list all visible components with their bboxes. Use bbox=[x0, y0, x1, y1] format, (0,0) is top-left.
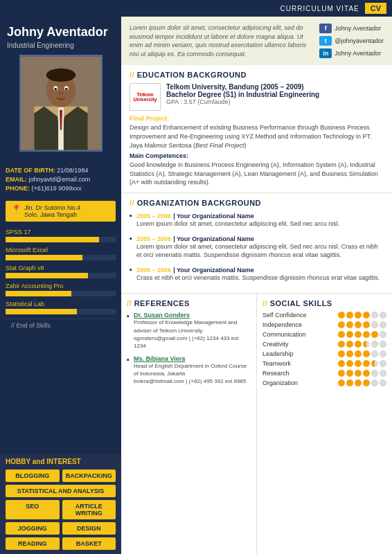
hobby-blogging: BLOGGING bbox=[6, 470, 60, 482]
dot-empty bbox=[371, 350, 378, 357]
social-skill-dots-6 bbox=[338, 370, 386, 377]
dot-filled bbox=[346, 379, 353, 386]
social-skill-dots-2 bbox=[338, 331, 386, 338]
degree-name: Bachelor Degree (S1) in Industrial Engin… bbox=[166, 91, 319, 98]
hobby-section: HOBBY and INTEREST BLOGGING BACKPACKING … bbox=[0, 454, 121, 554]
social-skill-label-0: Self Confidence bbox=[262, 312, 318, 319]
dot-filled bbox=[338, 341, 345, 348]
dot-empty bbox=[380, 360, 386, 367]
dot-filled bbox=[355, 360, 362, 367]
education-section: EDUCATION BACKGROUND TelkomUniversity Te… bbox=[121, 65, 392, 193]
org-name-1: | Your Organizational Name bbox=[173, 213, 254, 220]
skill-name-2: Microsoft Excel bbox=[6, 247, 116, 253]
org-item-1: 2005 – 2006 | Your Organizational Name L… bbox=[130, 211, 384, 229]
social-skill-dots-7 bbox=[338, 379, 386, 386]
skill-bar-bg-1 bbox=[6, 237, 116, 242]
social-skill-row-0: Self Confidence bbox=[262, 312, 386, 319]
hobby-statistical: STATISTICAL AND ANALYSIS bbox=[6, 485, 116, 497]
social-skills-title: SOCIAL SKILLS bbox=[262, 299, 386, 307]
skill-name-4: Zahir Accounting Pro bbox=[6, 283, 116, 289]
education-row: TelkomUniversity Telkom University, Band… bbox=[130, 83, 384, 111]
ref-text-1: Professor of Knowledge Management and ad… bbox=[134, 319, 251, 350]
dob-value: 21/08/1984 bbox=[57, 167, 88, 174]
skill-name-5: Statistical Lab bbox=[6, 301, 116, 307]
social-skill-row-6: Research bbox=[262, 370, 386, 377]
ref-text-2: Head of English Department in Oxford Cou… bbox=[134, 362, 251, 386]
location-icon: 📍 bbox=[11, 204, 21, 214]
content-header: Lorem ipsum dolor sit amet, consectetur … bbox=[121, 17, 392, 65]
org-text-2: Lorem ipsum dolor sit amet, consectetur … bbox=[136, 242, 384, 260]
svg-point-10 bbox=[54, 87, 57, 90]
dob-label: DATE OF BIRTH: bbox=[6, 167, 55, 174]
skill-bar-bg-2 bbox=[6, 255, 116, 260]
address-box: 📍 Jln. Dr Sutomo No.4Solo, Jawa Tengah bbox=[6, 201, 116, 222]
org-item-3: 2005 – 2006 | Your Organizational Name C… bbox=[130, 265, 384, 283]
social-skill-dots-1 bbox=[338, 321, 386, 328]
ref-name-2: Ms. Bibiana Viera bbox=[134, 355, 251, 362]
dot-filled bbox=[338, 379, 345, 386]
social-skill-row-1: Independence bbox=[262, 321, 386, 328]
dot-empty bbox=[380, 370, 386, 377]
bottom-row: REFERENCES Dr. Susan Gonders Professor o… bbox=[121, 294, 392, 554]
dot-filled bbox=[338, 360, 345, 367]
dot-filled bbox=[346, 331, 353, 338]
dob-item: DATE OF BIRTH: 21/08/1984 bbox=[6, 167, 116, 174]
skill-name-3: Stat Graph v8 bbox=[6, 265, 116, 271]
skill-item-4: Zahir Accounting Pro bbox=[6, 283, 116, 296]
dot-filled bbox=[355, 379, 362, 386]
skill-bar-fill-2 bbox=[6, 255, 82, 260]
svg-point-7 bbox=[46, 68, 75, 81]
dot-filled bbox=[346, 312, 353, 319]
dot-filled bbox=[363, 312, 370, 319]
social-facebook: f Johny Aventador bbox=[319, 24, 384, 33]
facebook-label: Johny Aventador bbox=[335, 25, 381, 32]
dot-filled bbox=[338, 312, 345, 319]
skill-bar-fill-3 bbox=[6, 273, 88, 278]
org-year-2: 2005 – 2006 bbox=[136, 235, 171, 242]
organization-title: ORGANIZATION BACKGROUND bbox=[130, 199, 384, 207]
social-skill-dots-0 bbox=[338, 312, 386, 319]
twitter-icon: t bbox=[319, 36, 332, 46]
skill-bar-fill-4 bbox=[6, 291, 71, 296]
social-skill-row-5: Teamwork bbox=[262, 360, 386, 367]
dot-half bbox=[363, 341, 370, 348]
phone-value: (+61)619 9099xxx bbox=[32, 185, 82, 192]
dot-filled bbox=[346, 370, 353, 377]
main-competences-title: Main Competences: bbox=[130, 152, 384, 159]
phone-item: PHONE: (+61)619 9099xxx bbox=[6, 185, 116, 192]
bio-text: Lorem ipsum dolor sit amet, consectetur … bbox=[130, 24, 312, 58]
skill-bar-fill-1 bbox=[6, 237, 99, 242]
dot-empty bbox=[371, 341, 378, 348]
main-competences-text: Good knowledge in Business Process Engin… bbox=[130, 161, 384, 187]
dot-half bbox=[371, 360, 378, 367]
dot-filled bbox=[346, 321, 353, 328]
hobby-seo: SEO bbox=[6, 500, 60, 519]
email-label: EMAIL: bbox=[6, 176, 27, 183]
top-bar: CURRICULUM VITAE CV bbox=[0, 0, 392, 17]
twitter-label: @johnyaventador bbox=[335, 37, 384, 44]
email-item: EMAIL: johnyavtd@email.com bbox=[6, 176, 116, 183]
dot-filled bbox=[363, 321, 370, 328]
skill-bar-bg-4 bbox=[6, 291, 116, 296]
hobby-design: DESIGN bbox=[62, 522, 116, 535]
hobby-article: ARTICLE WRITING bbox=[62, 500, 116, 519]
org-text-1: Lorem ipsum dolor sit amet, consectetur … bbox=[136, 220, 384, 229]
contact-info: DATE OF BIRTH: 21/08/1984 EMAIL: johnyav… bbox=[0, 163, 121, 198]
dot-filled bbox=[355, 331, 362, 338]
social-skill-label-3: Creativity bbox=[262, 341, 318, 348]
dot-empty bbox=[380, 341, 386, 348]
social-links: f Johny Aventador t @johnyaventador in J… bbox=[319, 24, 384, 58]
social-skill-dots-5 bbox=[338, 360, 386, 367]
dot-filled bbox=[355, 312, 362, 319]
skill-item-5: Statistical Lab bbox=[6, 301, 116, 314]
dot-filled bbox=[346, 341, 353, 348]
skill-name-1: SPSS 17 bbox=[6, 229, 116, 235]
address-text: Jln. Dr Sutomo No.4Solo, Jawa Tengah bbox=[24, 204, 80, 218]
dot-filled bbox=[363, 370, 370, 377]
hobby-reading: READING bbox=[6, 537, 60, 550]
main-layout: Johny Aventador Industrial Engineering bbox=[0, 17, 392, 554]
org-item-2: 2005 – 2006 | Your Organizational Name L… bbox=[130, 234, 384, 260]
linkedin-label: Johny Aventador bbox=[335, 50, 381, 57]
hobby-basket: BASKET bbox=[62, 537, 116, 550]
job-title: Industrial Engineering bbox=[7, 42, 114, 49]
